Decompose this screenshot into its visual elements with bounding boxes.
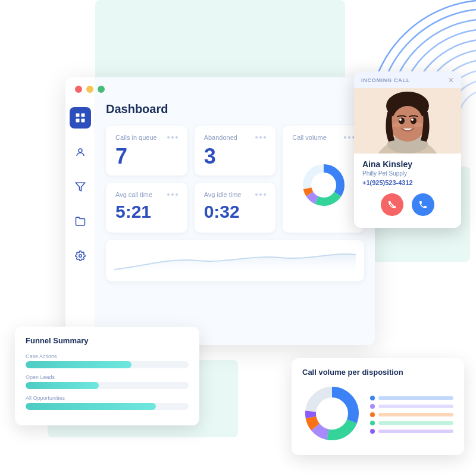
legend-item-2 [370,404,453,409]
svg-point-20 [411,118,416,124]
stat-card-call-volume: Call volume [283,126,364,233]
sidebar-item-users[interactable] [70,142,91,163]
sidebar [65,77,95,345]
funnel-bar-label-opportunities: All Opportunities [26,395,189,401]
stat-value-avg-call: 5:21 [115,203,178,221]
svg-rect-1 [81,114,84,117]
legend-items [370,396,453,434]
dashboard-window: Dashboard Calls in queue 7 Abandoned [65,77,375,345]
legend-dot-3 [370,412,375,417]
main-content: Dashboard Calls in queue 7 Abandoned [95,77,375,345]
window-minimize-dot[interactable] [86,86,93,93]
svg-rect-3 [81,119,84,123]
funnel-bar-fill-opportunities [26,403,156,410]
disposition-donut-chart [302,384,362,446]
stat-card-avg-idle-time: Avg idle time 0:32 [195,183,276,233]
funnel-bar-fill-open-leads [26,382,99,389]
funnel-bar-track-open-leads [26,382,189,389]
stat-value-avg-idle: 0:32 [204,203,267,221]
stats-grid: Calls in queue 7 Abandoned [106,126,364,233]
legend-item-5 [370,429,453,434]
funnel-bar-open-leads: Open Leads [26,374,189,389]
svg-point-6 [79,255,82,258]
disposition-title: Call volume per disposition [302,368,453,377]
page-title: Dashboard [106,102,364,116]
legend-bar-4 [378,421,453,425]
decline-call-button[interactable] [381,193,403,216]
stat-menu-dots-volume[interactable] [344,136,355,139]
svg-point-19 [399,118,405,124]
caller-name: Aina Kinsley [362,159,453,169]
line-chart-card [106,240,364,281]
disposition-card: Call volume per disposition [292,358,464,455]
legend-bar-5 [378,430,453,433]
accept-call-button[interactable] [412,193,434,216]
funnel-bar-track-case-actions [26,361,189,368]
stat-label-calls: Calls in queue [115,134,178,141]
caller-phone: +1(925)523-4312 [362,179,453,186]
svg-point-23 [393,123,401,127]
disposition-content [302,384,453,446]
funnel-bar-label-open-leads: Open Leads [26,374,189,380]
stat-label-avg-idle: Avg idle time [204,191,267,198]
incoming-call-label: INCOMING CALL [361,77,410,83]
legend-item-4 [370,421,453,425]
stat-value-abandoned: 3 [204,146,267,167]
svg-point-32 [319,400,345,427]
svg-point-24 [414,123,422,127]
caller-company: Philly Pet Supply [362,170,453,177]
legend-bar-2 [378,405,453,408]
funnel-bar-case-actions: Case Actions [26,353,189,368]
svg-point-18 [392,106,423,139]
stat-label-avg-call: Avg call time [115,191,178,198]
window-maximize-dot[interactable] [98,86,105,93]
funnel-bar-opportunities: All Opportunities [26,395,189,410]
funnel-bar-track-opportunities [26,403,189,410]
call-popup-header: INCOMING CALL ✕ [354,71,461,88]
call-actions [362,193,453,223]
incoming-call-popup: INCOMING CALL ✕ [354,71,461,228]
legend-dot-1 [370,396,375,400]
svg-point-21 [399,118,402,121]
stat-menu-dots[interactable] [167,136,178,139]
sidebar-item-dashboard[interactable] [70,107,91,129]
sidebar-item-settings[interactable] [70,245,91,267]
legend-item-1 [370,396,453,400]
legend-dot-4 [370,421,375,425]
legend-dot-2 [370,404,375,409]
caller-info: Aina Kinsley Philly Pet Supply +1(925)52… [354,154,461,228]
caller-photo [354,88,461,154]
stat-menu-dots-avgidle[interactable] [255,193,266,196]
funnel-bar-label-case-actions: Case Actions [26,353,189,359]
funnel-title: Funnel Summary [26,336,189,345]
funnel-summary-card: Funnel Summary Case Actions Open Leads A… [15,327,199,425]
close-button[interactable]: ✕ [448,76,454,84]
call-volume-chart [292,146,355,224]
stat-label-abandoned: Abandoned [204,134,267,141]
window-close-dot[interactable] [75,86,82,93]
svg-marker-5 [76,183,84,191]
stat-label-volume: Call volume [292,134,355,141]
funnel-bar-fill-case-actions [26,361,131,368]
stat-card-abandoned: Abandoned 3 [195,126,276,176]
svg-rect-2 [76,119,79,123]
legend-dot-5 [370,429,375,434]
window-titlebar [75,86,105,93]
stat-value-calls: 7 [115,146,178,167]
svg-rect-0 [76,114,79,117]
legend-bar-1 [378,396,453,400]
stat-card-avg-call-time: Avg call time 5:21 [106,183,187,233]
sidebar-item-folder[interactable] [70,211,91,232]
svg-point-4 [79,149,82,152]
stat-card-calls-in-queue: Calls in queue 7 [106,126,187,176]
sidebar-item-filter[interactable] [70,176,91,198]
legend-bar-3 [378,413,453,416]
stat-menu-dots-avgcall[interactable] [167,193,178,196]
stat-menu-dots-abandoned[interactable] [255,136,266,139]
legend-item-3 [370,412,453,417]
svg-point-22 [411,118,414,121]
